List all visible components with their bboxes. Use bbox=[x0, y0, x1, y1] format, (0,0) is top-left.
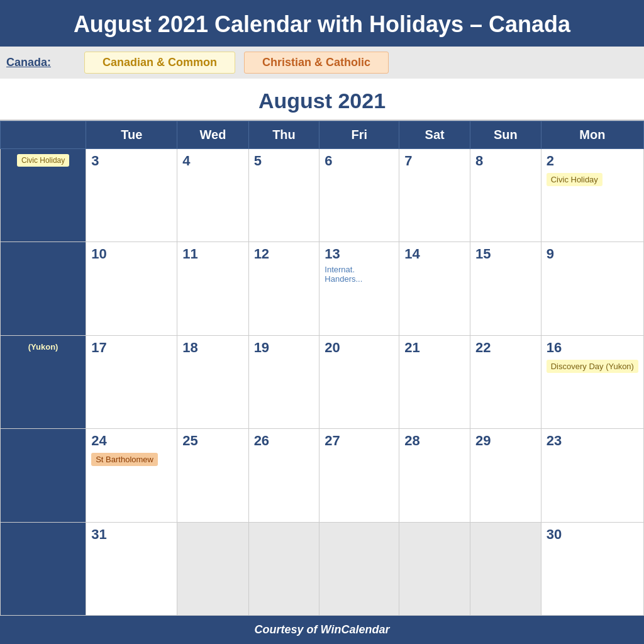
week-number-w33: (Yukon) bbox=[1, 335, 86, 428]
day-aug10: 10 bbox=[86, 242, 177, 335]
week-header bbox=[1, 121, 86, 149]
day-aug7: 7 bbox=[399, 149, 470, 242]
day-aug6: 6 bbox=[319, 149, 399, 242]
day-sep5 bbox=[470, 522, 541, 615]
week-number-w34 bbox=[1, 429, 86, 522]
canada-link[interactable]: Canada: bbox=[6, 56, 75, 69]
day-aug3: 3 bbox=[86, 149, 177, 242]
header-mon: Mon bbox=[541, 121, 643, 149]
day-aug14: 14 bbox=[399, 242, 470, 335]
table-row: (Yukon) 17 18 19 20 21 22 16 Discovery D… bbox=[1, 335, 644, 428]
calendar-table: Tue Wed Thu Fri Sat Sun Mon Civic Holida… bbox=[0, 121, 644, 616]
civic-holiday-badge: Civic Holiday bbox=[547, 173, 602, 186]
day-aug19: 19 bbox=[248, 335, 319, 428]
discovery-day-badge: Discovery Day (Yukon) bbox=[547, 360, 638, 373]
yukon-side-label: (Yukon) bbox=[28, 342, 58, 352]
day-aug2: 2 Civic Holiday bbox=[541, 149, 643, 242]
day-aug29: 29 bbox=[470, 429, 541, 522]
day-aug18: 18 bbox=[177, 335, 248, 428]
day-sep1 bbox=[177, 522, 248, 615]
header-sun: Sun bbox=[470, 121, 541, 149]
day-aug24: 24 St Bartholomew bbox=[86, 429, 177, 522]
day-aug25: 25 bbox=[177, 429, 248, 522]
st-bartholomew-badge: St Bartholomew bbox=[91, 453, 158, 466]
day-aug15: 15 bbox=[470, 242, 541, 335]
day-aug13: 13 Internat.Handers... bbox=[319, 242, 399, 335]
page-wrapper: August 2021 Calendar with Holidays – Can… bbox=[0, 0, 644, 644]
day-aug12: 12 bbox=[248, 242, 319, 335]
day-aug11: 11 bbox=[177, 242, 248, 335]
header-wed: Wed bbox=[177, 121, 248, 149]
day-aug16: 16 Discovery Day (Yukon) bbox=[541, 335, 643, 428]
header-sat: Sat bbox=[399, 121, 470, 149]
week-number-w32 bbox=[1, 242, 86, 335]
day-aug26: 26 bbox=[248, 429, 319, 522]
day-aug5: 5 bbox=[248, 149, 319, 242]
day-aug23: 23 bbox=[541, 429, 643, 522]
month-title: August 2021 bbox=[0, 79, 644, 121]
day-aug4: 4 bbox=[177, 149, 248, 242]
intl-handers-event: Internat.Handers... bbox=[325, 265, 394, 284]
table-row: 10 11 12 13 Internat.Handers... 14 15 9 bbox=[1, 242, 644, 335]
day-aug30: 30 bbox=[541, 522, 643, 615]
footer: Courtesy of WinCalendar bbox=[0, 616, 644, 644]
header-thu: Thu bbox=[248, 121, 319, 149]
day-aug28: 28 bbox=[399, 429, 470, 522]
table-row: Civic Holiday 3 4 5 6 7 8 2 Civic Holida… bbox=[1, 149, 644, 242]
table-row: 31 30 bbox=[1, 522, 644, 615]
header-fri: Fri bbox=[319, 121, 399, 149]
day-aug20: 20 bbox=[319, 335, 399, 428]
day-aug22: 22 bbox=[470, 335, 541, 428]
day-aug31: 31 bbox=[86, 522, 177, 615]
page-title: August 2021 Calendar with Holidays – Can… bbox=[0, 0, 644, 47]
day-sep2 bbox=[248, 522, 319, 615]
side-holiday-w31: Civic Holiday bbox=[17, 154, 69, 167]
day-aug21: 21 bbox=[399, 335, 470, 428]
week-number-w35 bbox=[1, 522, 86, 615]
day-aug27: 27 bbox=[319, 429, 399, 522]
day-aug17: 17 bbox=[86, 335, 177, 428]
christian-catholic-badge: Christian & Catholic bbox=[244, 52, 389, 74]
canadian-common-badge: Canadian & Common bbox=[84, 52, 235, 74]
header-tue: Tue bbox=[86, 121, 177, 149]
legend-row: Canada: Canadian & Common Christian & Ca… bbox=[0, 47, 644, 79]
day-sep3 bbox=[319, 522, 399, 615]
day-aug9: 9 bbox=[541, 242, 643, 335]
table-row: 24 St Bartholomew 25 26 27 28 29 23 bbox=[1, 429, 644, 522]
week-number-w31: Civic Holiday bbox=[1, 149, 86, 242]
day-aug8: 8 bbox=[470, 149, 541, 242]
day-sep4 bbox=[399, 522, 470, 615]
